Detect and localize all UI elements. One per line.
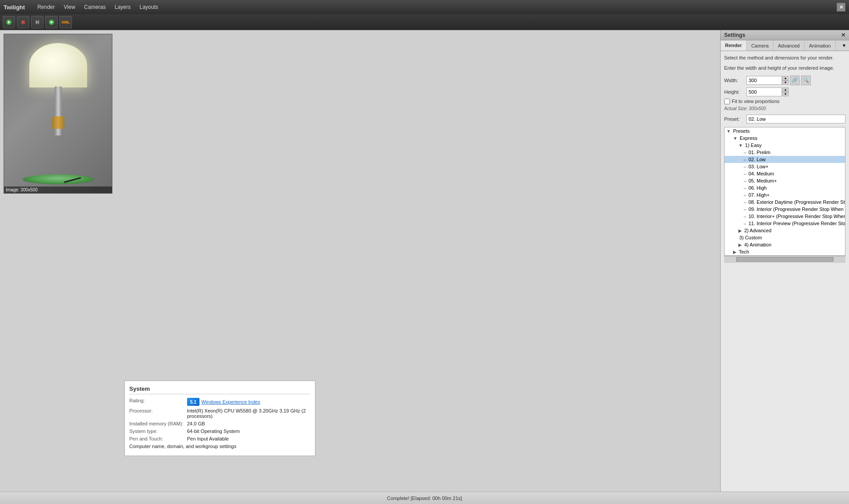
ram-value: 24.0 GB — [187, 421, 311, 426]
tree-1-easy[interactable]: ▼ 1) Easy — [725, 142, 845, 149]
presets-tree: ▼ Presets ▼ Express ▼ 1) Easy – 01. Prel… — [724, 127, 845, 256]
tree-horizontal-scrollbar[interactable] — [724, 256, 845, 263]
svg-rect-7 — [38, 21, 39, 24]
tree-04-medium[interactable]: – 04. Medium — [725, 170, 845, 177]
tree-2-advanced[interactable]: ▶ 2) Advanced — [725, 227, 845, 234]
pen-label: Pen and Touch: — [129, 436, 187, 441]
tree-11-interior-preview[interactable]: – 11. Interior Preview (Progressive Rend… — [725, 220, 845, 227]
interior-plus-label: 10. Interior+ (Progressive Render Stop W… — [749, 214, 845, 219]
svg-rect-5 — [35, 20, 40, 24]
width-spin-up[interactable]: ▲ — [782, 76, 789, 80]
pen-value: Pen Input Available — [187, 436, 311, 441]
lamp-base — [23, 175, 94, 184]
system-row-pen: Pen and Touch: Pen Input Available — [129, 436, 311, 441]
tree-03-low-plus[interactable]: – 03. Low+ — [725, 163, 845, 170]
width-view-icon[interactable]: 🔍 — [801, 75, 811, 85]
xml-export-button[interactable]: XML — [60, 16, 72, 28]
presets-root-label: Presets — [733, 128, 749, 134]
high-plus-arrow: – — [744, 193, 746, 198]
menu-layouts[interactable]: Layouts — [136, 3, 162, 11]
easy-label: 1) Easy — [745, 143, 761, 148]
custom-label: 3) Custom — [739, 235, 762, 240]
menu-view[interactable]: View — [60, 3, 79, 11]
width-input[interactable] — [746, 76, 782, 85]
tab-animation[interactable]: Animation — [805, 41, 836, 51]
system-header: System — [129, 385, 311, 394]
advanced-arrow: ▶ — [738, 228, 742, 233]
width-link-icon[interactable]: 🔗 — [790, 75, 800, 85]
low-plus-label: 03. Low+ — [749, 164, 769, 169]
interior-plus-arrow: – — [744, 214, 746, 219]
ram-label: Installed memory (RAM): — [129, 421, 187, 426]
high-label: 06. High — [749, 185, 767, 190]
interior-preview-arrow: – — [744, 221, 746, 226]
height-label: Height: — [724, 89, 746, 95]
computer-settings-label: Computer name, domain, and workgroup set… — [129, 444, 311, 449]
height-input[interactable] — [746, 87, 782, 96]
window-close-button[interactable]: ✕ — [837, 3, 845, 12]
system-type-label: System type: — [129, 429, 187, 434]
lamp-shade — [29, 43, 87, 87]
menu-cameras[interactable]: Cameras — [80, 3, 109, 11]
title-bar: Twilight Render View Cameras Layers Layo… — [0, 0, 849, 14]
settings-close-icon[interactable]: ✕ — [841, 32, 845, 38]
height-spin-down[interactable]: ▼ — [782, 92, 789, 96]
tab-camera[interactable]: Camera — [747, 41, 773, 51]
width-input-wrap: ▲ ▼ 🔗 🔍 — [746, 75, 811, 85]
windows-experience-link[interactable]: Windows Experience Index — [201, 399, 260, 405]
high-plus-label: 07. High+ — [749, 192, 769, 198]
tree-10-interior-plus[interactable]: – 10. Interior+ (Progressive Render Stop… — [725, 213, 845, 220]
render-pause-button[interactable] — [31, 16, 44, 28]
menu-layers[interactable]: Layers — [111, 3, 134, 11]
settings-panel: Settings ✕ Render Camera Advanced Animat… — [720, 30, 849, 492]
easy-arrow: ▼ — [738, 143, 743, 148]
tree-06-high[interactable]: – 06. High — [725, 184, 845, 191]
width-label: Width: — [724, 78, 746, 83]
fit-checkbox[interactable] — [724, 99, 730, 104]
menu-render[interactable]: Render — [34, 3, 58, 11]
tree-05-medium-plus[interactable]: – 05. Medium+ — [725, 177, 845, 184]
interior-label: 09. Interior (Progressive Render Stop Wh… — [749, 206, 845, 212]
processor-label: Processor: — [129, 408, 187, 419]
preset-label: Preset: — [724, 116, 746, 122]
tab-dropdown-button[interactable]: ▼ — [839, 41, 849, 50]
tree-presets-root[interactable]: ▼ Presets — [725, 127, 845, 135]
height-spin-up[interactable]: ▲ — [782, 87, 789, 92]
medium-label: 04. Medium — [749, 171, 774, 176]
tree-07-high-plus[interactable]: – 07. High+ — [725, 191, 845, 198]
width-spin-down[interactable]: ▼ — [782, 80, 789, 85]
advanced-label: 2) Advanced — [744, 228, 771, 233]
render-resume-button[interactable] — [45, 16, 58, 28]
rating-badge: 5.1 Windows Experience Index — [187, 398, 260, 406]
tab-render[interactable]: Render — [721, 40, 747, 51]
express-arrow: ▼ — [733, 136, 737, 141]
system-row-type: System type: 64-bit Operating System — [129, 429, 311, 434]
actual-size-label: Actual Size: 300x500 — [724, 106, 845, 111]
exterior-arrow: – — [744, 200, 746, 205]
render-stop-button[interactable] — [17, 16, 29, 28]
settings-desc-1: Select the method and dimensions for you… — [724, 55, 845, 61]
tree-08-exterior[interactable]: – 08. Exterior Daytime (Progressive Rend… — [725, 198, 845, 206]
height-spin-buttons: ▲ ▼ — [782, 87, 789, 96]
tree-express[interactable]: ▼ Express — [725, 135, 845, 142]
exterior-label: 08. Exterior Daytime (Progressive Render… — [749, 199, 845, 205]
render-start-button[interactable] — [3, 16, 15, 28]
tree-09-interior[interactable]: – 09. Interior (Progressive Render Stop … — [725, 206, 845, 213]
menu-bar: Render View Cameras Layers Layouts — [34, 3, 837, 11]
preset-input[interactable] — [746, 115, 845, 123]
tree-4-animation[interactable]: ▶ 4) Animation — [725, 241, 845, 248]
rating-value: 5.1 Windows Experience Index — [187, 398, 311, 406]
tree-02-low[interactable]: – 02. Low — [725, 156, 845, 163]
rating-score: 5.1 — [187, 398, 199, 406]
medium-plus-arrow: – — [744, 179, 746, 183]
status-bar: Complete! [Elapsed: 00h 00m 21s] — [0, 492, 849, 504]
tab-advanced[interactable]: Advanced — [773, 41, 805, 51]
tree-3-custom[interactable]: 3) Custom — [725, 234, 845, 241]
interior-arrow: – — [744, 207, 746, 212]
medium-arrow: – — [744, 171, 746, 176]
tree-01-prelim[interactable]: – 01. Prelim — [725, 149, 845, 156]
tree-tech[interactable]: ▶ Tech — [725, 248, 845, 255]
height-row: Height: ▲ ▼ — [724, 87, 845, 96]
settings-panel-header: Settings ✕ — [721, 30, 849, 40]
system-row-rating: Rating: 5.1 Windows Experience Index — [129, 398, 311, 406]
